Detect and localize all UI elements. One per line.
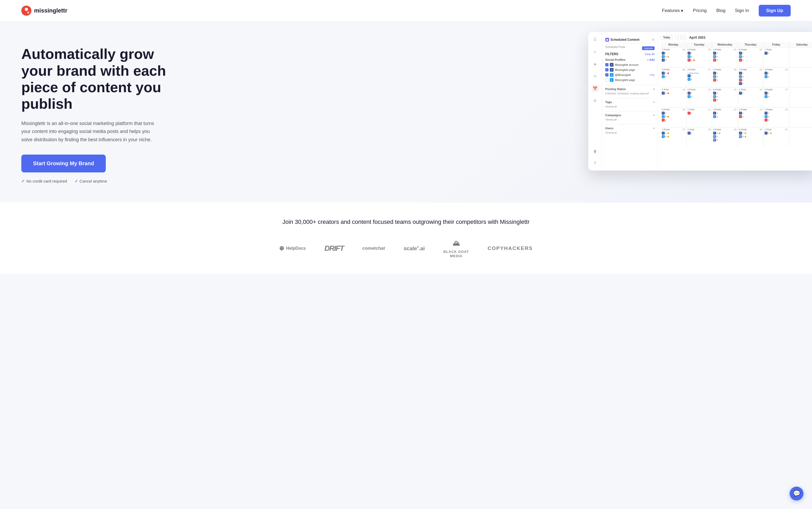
signup-button[interactable]: Sign Up	[759, 5, 791, 16]
calendar-cell[interactable]	[789, 88, 812, 107]
calendar-cell[interactable]: 6 Posts15f1t3i2	[712, 88, 738, 107]
status-dot	[693, 60, 695, 61]
cell-date: 22	[734, 108, 736, 111]
hero-checks: ✓ No credit card required ✓ Cancel anyti…	[21, 179, 181, 183]
cell-date: 20	[682, 108, 685, 111]
post-count: 2	[665, 59, 666, 61]
calendar-cell[interactable]: 1 Postf1	[764, 47, 789, 67]
sidebar-help-icon[interactable]: ?	[592, 159, 599, 167]
calendar-cell[interactable]: 7 Posts24f1t3i2	[764, 107, 789, 127]
sidebar-settings-icon[interactable]: ⚙	[592, 97, 599, 104]
calendar-cell[interactable]: 1 Post28f1	[686, 127, 712, 147]
calendar-filter-icon: ▦	[605, 38, 609, 41]
upgrade-button[interactable]: Upgrade	[642, 46, 655, 50]
post-count: 3	[768, 115, 769, 118]
calendar-cell[interactable]: 7 Posts29f1t3f2	[661, 47, 686, 67]
checkbox-1[interactable]: ✓	[605, 63, 608, 66]
sidebar-facebook-icon[interactable]: f	[592, 148, 599, 156]
social-post-icon: f	[765, 92, 768, 95]
social-post-icon: t	[662, 135, 665, 138]
users-chevron[interactable]: ▾	[653, 127, 655, 130]
social-post-icon: f	[713, 52, 716, 55]
calendar-next-button[interactable]: ›	[681, 35, 686, 40]
cell-date: 30	[760, 128, 762, 131]
calendar-prev-button[interactable]: ‹	[675, 35, 681, 40]
post-pill: f1	[687, 74, 711, 77]
app-sidebar: ☰ ⌂ ◈ ↻ 📅 ⚙ f ?	[588, 32, 602, 171]
calendar-cell[interactable]: 6 Posts02f1t3i2	[738, 47, 764, 67]
social-post-icon: t	[713, 115, 716, 118]
today-button[interactable]: Today	[661, 35, 673, 40]
posts-count: 4 Posts	[687, 68, 696, 71]
campaigns-chevron[interactable]: ▾	[653, 114, 655, 117]
calendar-cell[interactable]: 4 Posts01f1t3i2	[712, 47, 738, 67]
hero-check-no-cc: ✓ No credit card required	[21, 179, 67, 183]
sidebar-drop-icon[interactable]: ◈	[592, 60, 599, 68]
calendar-cell[interactable]: 7 Posts27f1t3	[661, 127, 686, 147]
calendar-cell[interactable]: 1 Post01f1	[764, 127, 789, 147]
nav-features[interactable]: Features ▾	[662, 8, 683, 13]
social-post-icon: f	[739, 112, 742, 114]
posts-count: 4 Posts	[713, 128, 721, 131]
checkbox-3[interactable]: ✓	[605, 73, 608, 76]
nav-blog[interactable]: Blog	[716, 8, 726, 13]
post-count: 3	[717, 95, 718, 98]
post-pill: t3	[687, 95, 711, 98]
calendar-cell[interactable]: 1 Post13f1	[661, 88, 686, 107]
social-post-icon: f	[662, 132, 665, 135]
new-post-button[interactable]: + New Post	[687, 72, 699, 74]
calendar-cell[interactable]: 5 Posts17f1t3	[764, 88, 789, 107]
chevron-down-icon: ▾	[681, 8, 683, 13]
calendar-cell[interactable]: 4 Posts07+ New Postf1t3	[686, 67, 712, 87]
calendar-cell[interactable]: 3 Posts06f1t3	[661, 67, 686, 87]
calendar-cell[interactable]	[789, 67, 812, 87]
calendar-cell[interactable]: 7 Posts09f1t3i1f2	[738, 67, 764, 87]
cell-date: 23	[760, 108, 762, 111]
logo[interactable]: missinglettr	[21, 6, 67, 16]
posts-count: 7 Posts	[765, 108, 773, 111]
posting-status-chevron[interactable]: ▾	[653, 88, 655, 91]
social-post-icon: t	[687, 95, 691, 98]
calendar-cell[interactable]: 3 Posts22f1t2	[712, 107, 738, 127]
social-post-icon: f	[739, 72, 742, 75]
posts-count: 7 Posts	[739, 68, 747, 71]
calendar-cell[interactable]: 6 Posts30f1t3	[738, 127, 764, 147]
calendar-cell[interactable]	[789, 47, 812, 67]
calendar-cell[interactable]: 2 Posts23f1i1	[738, 107, 764, 127]
nav-pricing[interactable]: Pricing	[693, 8, 707, 13]
calendar-cell[interactable]: 4 Posts10f1t3	[764, 67, 789, 87]
posts-count: 1 Post	[765, 48, 772, 51]
social-post-icon: t	[662, 115, 665, 118]
calendar-cell[interactable]	[789, 107, 812, 127]
cta-button[interactable]: Start Growing My Brand	[21, 155, 106, 172]
signin-button[interactable]: Sign In	[735, 8, 749, 13]
sidebar-refresh-icon[interactable]: ↻	[592, 72, 599, 80]
sidebar-calendar-icon[interactable]: 📅	[592, 85, 599, 92]
sidebar-home-icon[interactable]: ⌂	[592, 48, 599, 56]
checkbox-4[interactable]	[605, 78, 608, 81]
sidebar-menu-icon[interactable]: ☰	[592, 36, 599, 43]
close-filter-icon[interactable]: ✕	[652, 38, 655, 41]
calendar-cell[interactable]	[789, 127, 812, 147]
calendar-cell[interactable]: 5 Posts20f1t3i1	[661, 107, 686, 127]
post-pill: f1	[765, 132, 788, 135]
post-pill: f1	[765, 72, 788, 75]
brand-blackgoat: ⛰ BLACK GOATMEDIA	[444, 239, 469, 258]
post-count: 1	[742, 79, 744, 81]
checkbox-2[interactable]: ✓	[605, 68, 608, 71]
calendar-cell[interactable]: 6 Posts30f1t3i2	[686, 47, 712, 67]
calendar-cell[interactable]: 1 Post16f1	[738, 88, 764, 107]
status-dot	[667, 132, 669, 134]
post-count: 2	[717, 99, 718, 101]
calendar-cell[interactable]: 4 Posts14f1t3	[686, 88, 712, 107]
clear-all-button[interactable]: Clear All	[645, 53, 655, 56]
post-pill: li2	[713, 139, 737, 141]
only-label[interactable]: Only	[649, 73, 655, 76]
calendar-cell[interactable]: 4 Posts29f1t2li2	[712, 127, 738, 147]
add-profile-button[interactable]: + Add	[647, 58, 655, 61]
post-pill: f1	[739, 72, 763, 75]
calendar-cell[interactable]: 1 Post21i1	[686, 107, 712, 127]
brand-drift: DRIFT	[324, 244, 344, 252]
calendar-cell[interactable]: 2 Posts08f1t3i1	[712, 67, 738, 87]
tags-chevron[interactable]: ▾	[653, 101, 655, 104]
